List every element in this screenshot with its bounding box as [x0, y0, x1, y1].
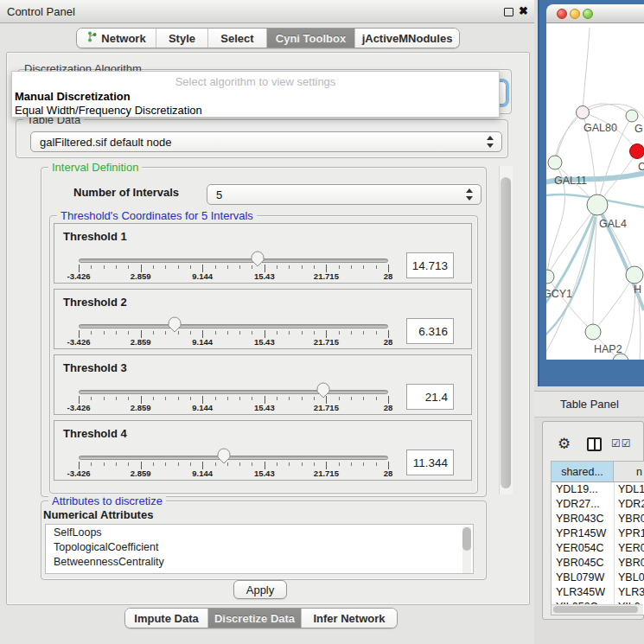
network-window-titlebar[interactable] — [546, 4, 644, 23]
svg-text:G: G — [634, 123, 643, 135]
numerical-attributes-list: SelfLoops TopologicalCoefficient Between… — [45, 524, 474, 574]
thresholds-title: Threshold's Coordinates for 5 Intervals — [57, 209, 257, 222]
table-row[interactable]: YER054CYER0 — [552, 541, 644, 556]
control-panel-titlebar — [0, 0, 536, 23]
tab-discretize-data[interactable]: Discretize Data — [208, 609, 302, 628]
svg-text:GAL11: GAL11 — [554, 175, 587, 187]
tab-jactivemnodules[interactable]: jActiveMNodules — [355, 29, 459, 48]
tab-select[interactable]: Select — [208, 29, 267, 48]
list-scrollbar-thumb[interactable] — [462, 527, 471, 551]
table-row[interactable]: YDR27...YDR2 — [552, 497, 644, 512]
threshold-4-panel: Threshold 4 -3.426 2.859 9.144 15.43 21.… — [54, 420, 472, 481]
svg-text:GAL4: GAL4 — [599, 218, 627, 230]
algorithm-dropdown-popup: Select algorithm to view settings Manual… — [11, 71, 500, 118]
svg-text:GAL80: GAL80 — [583, 122, 617, 134]
slider-track[interactable] — [79, 258, 388, 263]
node[interactable] — [626, 110, 638, 122]
table-data-select[interactable]: galFiltered.sif default node — [30, 131, 502, 152]
svg-text:GCY1: GCY1 — [546, 288, 572, 300]
node-gcy1[interactable] — [546, 270, 554, 284]
stepper-arrows-icon — [487, 136, 494, 148]
bottom-tabbar: Impute Data Discretize Data Infer Networ… — [124, 608, 398, 628]
threshold-slider[interactable]: -3.426 2.859 9.144 15.43 21.715 28 — [54, 224, 418, 284]
svg-text:HAP2: HAP2 — [594, 343, 622, 355]
node-gal80[interactable] — [577, 106, 590, 119]
threshold-value-field[interactable]: 21.4 — [406, 384, 454, 410]
threshold-3-panel: Threshold 3 -3.426 2.859 9.144 15.43 21.… — [54, 354, 472, 415]
control-panel-tabbar: Network Style Select Cyni Toolbox jActiv… — [76, 28, 460, 48]
num-intervals-select[interactable]: 5 — [207, 184, 481, 205]
num-intervals-label: Number of Intervals — [73, 186, 179, 199]
table-panel-title: Table Panel — [560, 398, 619, 411]
threshold-1-panel: Threshold 1 -3.426 2.859 9.144 15.43 21.… — [54, 223, 472, 284]
table-row[interactable]: YBL079WYBL0 — [552, 571, 644, 585]
table-row[interactable]: YLR345WYLR3 — [552, 585, 644, 600]
option-equal-width-frequency[interactable]: Equal Width/Frequency Discretization — [15, 104, 202, 117]
tab-style[interactable]: Style — [156, 29, 208, 48]
list-scrollbar[interactable] — [462, 526, 471, 573]
checkbox-icons[interactable]: ☑☑ — [611, 437, 632, 450]
network-icon — [86, 31, 97, 45]
svg-text:C: C — [638, 161, 644, 173]
slider-thumb[interactable] — [316, 382, 330, 399]
attributes-title: Attributes to discretize — [48, 494, 166, 507]
threshold-slider[interactable]: -3.426 2.859 9.144 15.43 21.715 28 — [54, 290, 418, 350]
table-row[interactable]: YDL19...YDL1 — [552, 482, 644, 497]
table-horizontal-scrollbar-thumb[interactable] — [553, 606, 638, 613]
algorithm-hint: Select algorithm to view settings — [12, 75, 499, 88]
threshold-value-field[interactable]: 14.713 — [406, 252, 454, 278]
node-gal11[interactable] — [548, 156, 562, 169]
interval-definition-title: Interval Definition — [48, 161, 142, 174]
node-selected-red[interactable] — [630, 144, 644, 159]
table-row[interactable]: YBR043CYBR0 — [552, 512, 644, 526]
threshold-2-panel: Threshold 2 -3.426 2.859 9.144 15.43 21.… — [54, 289, 472, 349]
slider-track[interactable] — [79, 456, 388, 460]
list-item[interactable]: BetweennessCentrality — [54, 556, 164, 568]
tab-network[interactable]: Network — [77, 29, 156, 48]
slider-thumb[interactable] — [168, 316, 182, 333]
column-header-name[interactable]: n — [614, 462, 644, 482]
close-icon[interactable]: ✖ — [519, 4, 528, 17]
panel-scrollbar-thumb[interactable] — [501, 177, 511, 488]
slider-track[interactable] — [79, 324, 388, 328]
threshold-value-field[interactable]: 11.344 — [406, 450, 454, 475]
stepper-arrows-icon — [466, 188, 474, 201]
slider-thumb[interactable] — [217, 448, 231, 464]
list-item[interactable]: SelfLoops — [54, 526, 102, 539]
list-item[interactable]: TopologicalCoefficient — [54, 541, 158, 553]
svg-text:H: H — [634, 284, 641, 296]
table-row[interactable]: YBR045CYBR0 — [552, 556, 644, 571]
node-table: shared... n YDL19...YDL1 YDR27...YDR2 YB… — [551, 461, 644, 615]
network-canvas[interactable]: GAL80 GAL11 GAL4 GCY1 HAP2 G C H — [546, 23, 644, 360]
tab-impute-data[interactable]: Impute Data — [125, 609, 208, 628]
gear-icon[interactable]: ⚙ — [558, 435, 571, 453]
node-gal4[interactable] — [587, 194, 608, 215]
apply-button[interactable]: Apply — [233, 580, 287, 599]
slider-track[interactable] — [79, 390, 388, 394]
tab-infer-network[interactable]: Infer Network — [302, 609, 397, 628]
threshold-value-field[interactable]: 6.316 — [406, 318, 454, 344]
slider-thumb[interactable] — [251, 251, 265, 267]
table-row[interactable]: YPR145WYPR1 — [552, 526, 644, 541]
column-header-shared[interactable]: shared... — [552, 462, 614, 482]
minimize-traffic-light-icon[interactable] — [570, 9, 580, 19]
threshold-slider[interactable]: -3.426 2.859 9.144 15.43 21.715 28 — [54, 421, 418, 481]
table-data-group: Table Data galFiltered.sif default node — [16, 119, 508, 158]
numerical-attributes-label: Numerical Attributes — [43, 508, 153, 521]
node-hap2[interactable] — [585, 324, 601, 340]
float-window-icon[interactable] — [504, 8, 513, 16]
node[interactable] — [626, 266, 643, 284]
close-traffic-light-icon[interactable] — [557, 9, 567, 19]
option-manual-discretization[interactable]: Manual Discretization — [15, 90, 131, 103]
control-panel-title: Control Panel — [7, 5, 75, 18]
tab-cyni-toolbox[interactable]: Cyni Toolbox — [267, 29, 355, 48]
columns-icon[interactable] — [587, 437, 602, 451]
threshold-slider[interactable]: -3.426 2.859 9.144 15.43 21.715 28 — [54, 355, 418, 416]
zoom-traffic-light-icon[interactable] — [583, 9, 593, 19]
